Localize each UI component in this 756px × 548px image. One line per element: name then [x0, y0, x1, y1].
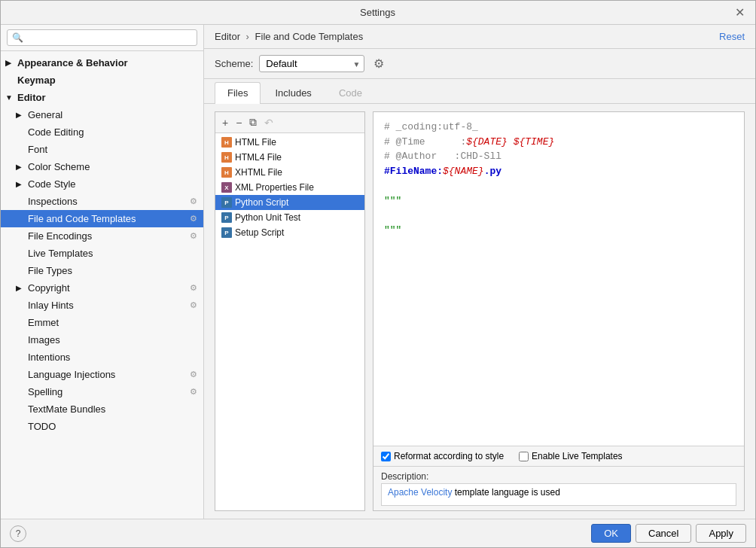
arrow-icon [5, 59, 14, 67]
copy-button[interactable]: ⧉ [247, 115, 259, 129]
left-panel: Appearance & Behavior Keymap Editor Gene… [1, 25, 204, 519]
sidebar-item-file-encodings[interactable]: File Encodings ⚙ [1, 227, 203, 245]
description-link[interactable]: Apache Velocity [388, 487, 452, 498]
file-item-setup-script[interactable]: P Setup Script [215, 225, 364, 240]
sidebar-item-spelling[interactable]: Spelling ⚙ [1, 383, 203, 400]
html4-file-icon: H [221, 152, 232, 163]
scheme-select[interactable]: Default Project [259, 55, 364, 72]
sidebar-item-file-and-code-templates[interactable]: File and Code Templates ⚙ [1, 210, 203, 227]
code-line-1: # _coding:utf-8_ [384, 120, 733, 135]
arrow-icon [16, 180, 25, 188]
code-line-6: """ [384, 193, 733, 209]
sidebar-item-textmate-bundles[interactable]: TextMate Bundles [1, 400, 203, 418]
tab-includes[interactable]: Includes [262, 82, 324, 103]
sidebar-item-label: Copyright [28, 282, 70, 294]
search-box [1, 25, 203, 51]
file-list-toolbar: + − ⧉ ↶ [215, 112, 364, 133]
sidebar-item-keymap[interactable]: Keymap [1, 72, 203, 89]
sidebar-item-language-injections[interactable]: Language Injections ⚙ [1, 366, 203, 383]
dialog-title: Settings [23, 7, 732, 18]
sidebar-item-code-style[interactable]: Code Style [1, 175, 203, 193]
apply-button[interactable]: Apply [696, 524, 746, 543]
code-editor[interactable]: # _coding:utf-8_ # @Time :${DATE} ${TIME… [373, 112, 744, 446]
scheme-label: Scheme: [215, 58, 253, 69]
reformat-checkbox[interactable] [381, 452, 391, 461]
settings-badge: ⚙ [190, 214, 197, 224]
close-button[interactable]: ✕ [732, 5, 748, 20]
sidebar-item-label: Code Style [28, 178, 76, 190]
arrow-icon [5, 93, 14, 102]
remove-button[interactable]: − [233, 116, 244, 129]
description-section: Description: Apache Velocity template la… [373, 466, 744, 510]
sidebar-item-label: Color Scheme [28, 161, 90, 172]
reformat-label: Reformat according to style [394, 451, 504, 461]
arrow-icon [16, 163, 25, 171]
arrow-icon [16, 111, 25, 119]
reset-template-button[interactable]: ↶ [262, 116, 276, 129]
sidebar-item-label: TextMate Bundles [28, 403, 105, 415]
cancel-button[interactable]: Cancel [636, 524, 691, 543]
sidebar-item-label: Images [28, 334, 60, 346]
file-item-label: Python Unit Test [235, 212, 300, 223]
sidebar-item-label: Code Editing [28, 126, 84, 138]
sidebar-item-intentions[interactable]: Intentions [1, 349, 203, 366]
file-item-python-unit-test[interactable]: P Python Unit Test [215, 210, 364, 225]
settings-dialog: Settings ✕ Appearance & Behavior Keymap [0, 0, 756, 548]
code-line-2: # @Time :${DATE} ${TIME} [384, 135, 733, 150]
tab-code: Code [326, 82, 375, 103]
sidebar-item-general[interactable]: General [1, 106, 203, 123]
help-button[interactable]: ? [10, 525, 26, 542]
file-item-xml-props[interactable]: X XML Properties File [215, 180, 364, 195]
sidebar-item-label: Intentions [28, 352, 70, 363]
gear-button[interactable]: ⚙ [370, 55, 387, 72]
scheme-row: Scheme: Default Project ⚙ [204, 49, 755, 79]
code-line-8: """ [384, 223, 733, 238]
sidebar-item-copyright[interactable]: Copyright ⚙ [1, 279, 203, 297]
sidebar-item-code-editing[interactable]: Code Editing [1, 123, 203, 141]
sidebar-item-inlay-hints[interactable]: Inlay Hints ⚙ [1, 297, 203, 314]
sidebar-item-label: File Types [28, 265, 72, 276]
live-templates-checkbox[interactable] [519, 452, 529, 461]
add-button[interactable]: + [220, 116, 230, 129]
arrow-icon [16, 284, 25, 292]
sidebar-item-color-scheme[interactable]: Color Scheme [1, 158, 203, 175]
reformat-option[interactable]: Reformat according to style [381, 451, 504, 461]
nav-tree: Appearance & Behavior Keymap Editor Gene… [1, 51, 203, 519]
sidebar-item-label: Inspections [28, 196, 78, 207]
file-item-python-script[interactable]: P Python Script [215, 195, 364, 210]
breadcrumb-separator: › [246, 31, 249, 42]
settings-badge: ⚙ [190, 283, 197, 293]
file-item-html4[interactable]: H HTML4 File [215, 150, 364, 165]
sidebar-item-todo[interactable]: TODO [1, 418, 203, 435]
xhtml-file-icon: H [221, 167, 232, 178]
sidebar-item-images[interactable]: Images [1, 331, 203, 349]
ok-button[interactable]: OK [591, 524, 631, 543]
file-item-label: HTML4 File [235, 152, 282, 163]
sidebar-item-label: Editor [17, 92, 46, 103]
sidebar-item-label: TODO [28, 421, 56, 432]
file-item-html[interactable]: H HTML File [215, 135, 364, 150]
sidebar-item-file-types[interactable]: File Types [1, 262, 203, 279]
search-input[interactable] [7, 29, 197, 46]
settings-badge: ⚙ [190, 387, 197, 397]
description-box: Apache Velocity template language is use… [381, 483, 736, 506]
python-test-icon: P [221, 212, 232, 223]
setup-icon: P [221, 227, 232, 238]
sidebar-item-inspections[interactable]: Inspections ⚙ [1, 193, 203, 210]
tab-files[interactable]: Files [215, 82, 261, 104]
right-panel: Editor › File and Code Templates Reset S… [204, 25, 755, 519]
main-content: + − ⧉ ↶ H HTML File H [204, 104, 755, 519]
sidebar-item-editor[interactable]: Editor [1, 89, 203, 106]
sidebar-item-appearance[interactable]: Appearance & Behavior [1, 54, 203, 72]
sidebar-item-emmet[interactable]: Emmet [1, 314, 203, 331]
sidebar-item-font[interactable]: Font [1, 141, 203, 158]
sidebar-item-label: File Encodings [28, 230, 92, 242]
file-item-xhtml[interactable]: H XHTML File [215, 165, 364, 180]
dialog-body: Appearance & Behavior Keymap Editor Gene… [1, 25, 755, 519]
right-header: Editor › File and Code Templates Reset [204, 25, 755, 49]
live-templates-option[interactable]: Enable Live Templates [519, 451, 623, 461]
reset-button[interactable]: Reset [719, 31, 745, 42]
file-item-label: Setup Script [235, 227, 284, 238]
live-templates-label: Enable Live Templates [532, 451, 623, 461]
sidebar-item-live-templates[interactable]: Live Templates [1, 245, 203, 262]
